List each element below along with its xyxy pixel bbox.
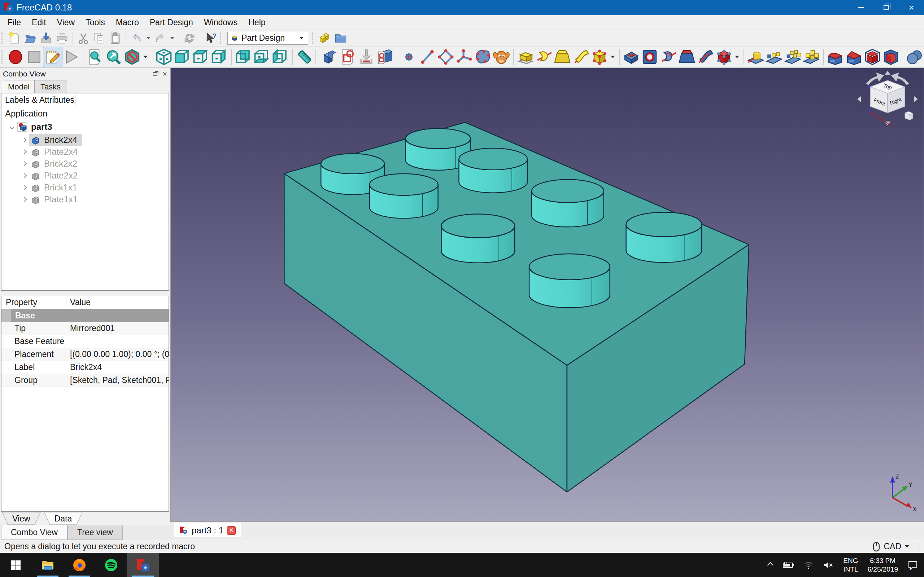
menu-help[interactable]: Help <box>243 16 271 29</box>
taskbar-freecad[interactable] <box>127 553 159 577</box>
groove-icon[interactable] <box>659 47 677 67</box>
create-sketch-icon[interactable] <box>339 47 357 67</box>
tab-view-label[interactable]: View <box>12 514 30 523</box>
start-button[interactable] <box>0 553 32 577</box>
tree-item-brick1x1[interactable]: Brick1x1 <box>2 181 168 193</box>
macro-record-icon[interactable] <box>6 47 25 67</box>
new-document-icon[interactable] <box>6 31 23 45</box>
nav-left-arrow-icon[interactable] <box>857 96 861 102</box>
macro-edit-icon[interactable] <box>43 47 62 67</box>
view-front-icon[interactable] <box>173 47 192 67</box>
menu-part-design[interactable]: Part Design <box>144 16 199 29</box>
create-body-icon[interactable] <box>320 47 339 67</box>
dock-tab-combo-view[interactable]: Combo View <box>1 525 68 540</box>
tree-item-brick2x2[interactable]: Brick2x2 <box>2 158 168 169</box>
local-cs-icon[interactable] <box>455 47 473 67</box>
polar-pattern-icon[interactable] <box>783 47 802 67</box>
fillet-icon[interactable] <box>826 47 845 67</box>
map-sketch-icon[interactable] <box>376 47 394 67</box>
minimize-button[interactable] <box>848 0 874 15</box>
subtractive-primitive-icon[interactable] <box>715 47 733 67</box>
document-tab-part3[interactable]: part3 : 1 ✕ <box>174 523 241 537</box>
redo-dropdown-icon[interactable] <box>170 37 174 39</box>
additive-pipe-icon[interactable] <box>572 47 590 67</box>
view-left-icon[interactable] <box>271 47 290 67</box>
workbench-dropdown-icon[interactable] <box>299 37 304 39</box>
action-center-icon[interactable] <box>908 560 918 570</box>
save-icon[interactable] <box>38 31 54 45</box>
property-row-base-feature[interactable]: Base Feature <box>2 335 168 348</box>
view-top-icon[interactable] <box>192 47 210 67</box>
chevron-right-icon[interactable] <box>22 185 27 190</box>
chevron-right-icon[interactable] <box>22 197 27 201</box>
subtractive-primitive-dropdown-icon[interactable] <box>735 56 739 58</box>
linear-pattern-icon[interactable] <box>765 47 783 67</box>
menu-file[interactable]: File <box>2 16 26 29</box>
tray-expand-icon[interactable] <box>767 562 774 568</box>
volume-muted-icon[interactable] <box>823 561 834 569</box>
undo-dropdown-icon[interactable] <box>147 37 150 39</box>
chevron-right-icon[interactable] <box>22 137 27 142</box>
view-right-icon[interactable] <box>210 47 229 67</box>
view-bottom-icon[interactable] <box>253 47 271 67</box>
menu-view[interactable]: View <box>52 16 80 29</box>
workbench-selector[interactable]: Part Design <box>228 32 308 45</box>
tree-item-brick2x4[interactable]: Brick2x4 <box>2 134 168 146</box>
shape-binder-icon[interactable] <box>473 47 492 67</box>
navigation-style-dropdown-icon[interactable] <box>905 545 909 548</box>
datum-line-icon[interactable] <box>418 47 436 67</box>
property-row-tip[interactable]: Tip Mirrored001 <box>2 322 168 335</box>
close-button[interactable]: × <box>899 0 924 15</box>
chevron-down-icon[interactable] <box>10 124 15 129</box>
refresh-icon[interactable] <box>181 31 197 45</box>
dock-tab-tree-view[interactable]: Tree view <box>68 525 123 540</box>
additive-primitive-dropdown-icon[interactable] <box>611 56 615 58</box>
draw-style-icon[interactable] <box>123 47 141 67</box>
toolbar-handle[interactable] <box>2 32 4 44</box>
draft-icon[interactable] <box>863 47 881 67</box>
view-rear-icon[interactable] <box>234 47 253 67</box>
hole-icon[interactable] <box>641 47 659 67</box>
nav-right-arrow-icon[interactable] <box>914 96 918 102</box>
chevron-right-icon[interactable] <box>22 173 27 178</box>
tab-tasks[interactable]: Tasks <box>35 80 66 93</box>
cut-icon[interactable] <box>76 31 91 45</box>
copy-icon[interactable] <box>91 31 107 45</box>
mirrored-icon[interactable] <box>746 47 765 67</box>
menu-macro[interactable]: Macro <box>110 16 144 29</box>
nav-up-arrow-icon[interactable] <box>885 71 890 75</box>
boolean-icon[interactable] <box>906 47 924 67</box>
draw-style-dropdown-icon[interactable] <box>143 56 147 58</box>
tree-item-plate1x1[interactable]: Plate1x1 <box>2 193 168 205</box>
additive-primitive-icon[interactable] <box>590 47 609 67</box>
property-row-group[interactable]: Group [Sketch, Pad, Sketch001, Pad... <box>2 374 168 387</box>
create-part-icon[interactable] <box>317 31 333 45</box>
panel-float-icon[interactable] <box>153 72 157 76</box>
multitransform-icon[interactable] <box>802 47 821 67</box>
navigation-cube[interactable]: z x Top Front Right <box>855 70 920 132</box>
create-group-icon[interactable] <box>333 31 349 45</box>
whats-this-icon[interactable]: ? <box>203 31 219 45</box>
subtractive-pipe-icon[interactable] <box>696 47 715 67</box>
redo-icon[interactable] <box>152 31 168 45</box>
view-isometric-icon[interactable] <box>155 47 173 67</box>
navcube-menu-icon[interactable] <box>905 111 919 120</box>
taskbar-firefox[interactable] <box>63 553 95 577</box>
fit-selection-icon[interactable] <box>104 47 123 67</box>
macro-play-icon[interactable] <box>62 47 81 67</box>
battery-icon[interactable] <box>782 561 794 569</box>
datum-point-icon[interactable] <box>399 47 418 67</box>
toolbar-handle[interactable] <box>312 32 315 44</box>
measure-icon[interactable] <box>295 47 313 67</box>
3d-viewport[interactable]: z x Top Front Right <box>170 68 924 522</box>
tab-data-label[interactable]: Data <box>55 514 72 523</box>
wifi-icon[interactable] <box>803 561 814 569</box>
subtractive-loft-icon[interactable] <box>677 47 696 67</box>
paste-icon[interactable] <box>107 31 123 45</box>
chamfer-icon[interactable] <box>845 47 863 67</box>
print-icon[interactable] <box>54 31 70 45</box>
toolbar-handle[interactable] <box>2 50 4 64</box>
clone-icon[interactable] <box>492 47 511 67</box>
thickness-icon[interactable] <box>882 47 900 67</box>
panel-close-icon[interactable]: × <box>162 69 167 79</box>
